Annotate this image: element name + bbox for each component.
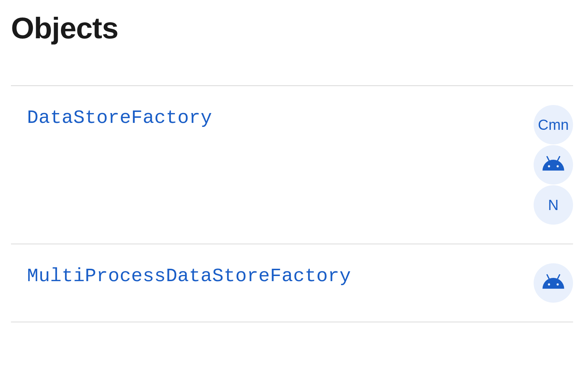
svg-point-3 [557, 165, 559, 167]
svg-point-7 [557, 283, 559, 285]
badges-container: Cmn N [534, 105, 573, 225]
page-title: Objects [11, 11, 573, 45]
object-link-multiprocessdatastorefactory[interactable]: MultiProcessDataStoreFactory [27, 263, 351, 287]
object-link-datastorefactory[interactable]: DataStoreFactory [27, 105, 212, 129]
android-icon [541, 156, 565, 174]
svg-point-2 [548, 165, 550, 167]
platform-badge-n: N [534, 185, 573, 225]
object-row: DataStoreFactory Cmn N [11, 86, 573, 244]
android-icon [541, 274, 565, 292]
badges-container [534, 263, 573, 303]
svg-line-5 [558, 275, 560, 279]
svg-line-0 [547, 156, 549, 160]
svg-line-1 [558, 156, 560, 160]
svg-line-4 [547, 275, 549, 279]
platform-badge-android [534, 145, 573, 185]
platform-badge-cmn: Cmn [534, 105, 573, 144]
svg-point-6 [548, 283, 550, 285]
object-row: MultiProcessDataStoreFactory [11, 244, 573, 322]
divider [11, 322, 573, 322]
platform-badge-android [534, 263, 573, 303]
